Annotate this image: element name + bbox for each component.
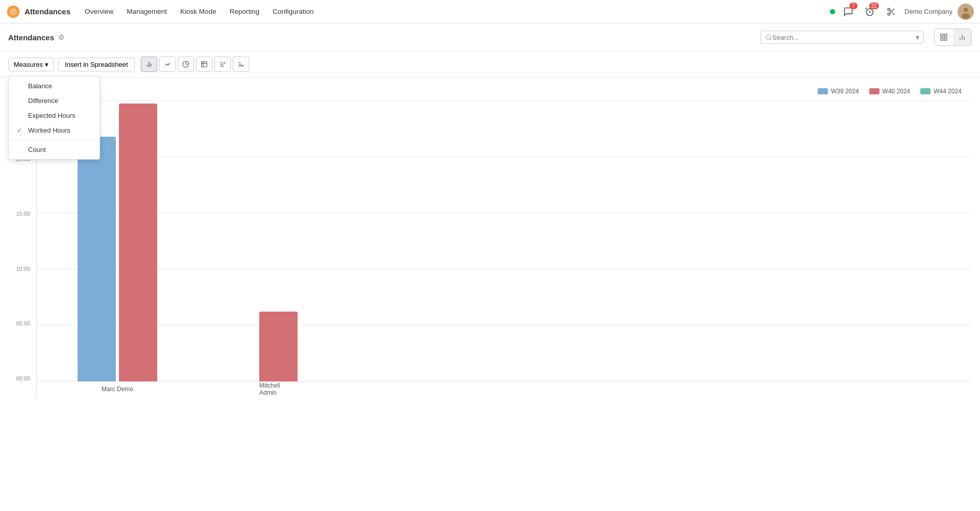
svg-rect-14 — [941, 38, 943, 40]
marc-demo-bar-w39 — [78, 137, 116, 381]
legend-color-w39 — [818, 88, 828, 94]
chat-badge: 7 — [849, 3, 857, 9]
measure-balance[interactable]: Balance — [9, 79, 100, 93]
measure-worked-hours[interactable]: ✓ Worked Hours — [9, 123, 100, 138]
mitchell-admin-bar-w40 — [259, 312, 298, 381]
legend-label-w40: W40 2024 — [883, 88, 911, 95]
worked-hours-check: ✓ — [17, 127, 24, 134]
nav-reporting[interactable]: Reporting — [224, 5, 266, 18]
svg-rect-13 — [944, 34, 947, 37]
bar-group-mitchell-admin — [259, 312, 298, 381]
measure-expected-hours[interactable]: Expected Hours — [9, 108, 100, 123]
svg-point-1 — [10, 8, 17, 15]
measures-dropdown-menu: Balance Difference Expected Hours ✓ Work… — [8, 76, 100, 160]
search-dropdown-icon[interactable]: ▾ — [914, 33, 919, 41]
svg-point-3 — [888, 8, 890, 11]
svg-point-11 — [766, 35, 771, 39]
legend-label-w44: W44 2024 — [934, 88, 962, 95]
toolbar: Measures ▾ Insert in Spreadsheet — [0, 52, 980, 78]
pivot-button[interactable] — [196, 57, 212, 72]
svg-point-4 — [888, 13, 890, 15]
x-labels: Marc Demo Mitchell Admin — [37, 381, 972, 397]
nav-management[interactable]: Management — [120, 5, 173, 18]
chat-button[interactable]: 7 — [840, 4, 856, 20]
online-status-dot — [830, 9, 835, 14]
nav-right-area: 7 22 Demo Company — [830, 4, 974, 20]
chart-type-buttons — [141, 57, 249, 72]
grid-view-button[interactable] — [935, 29, 953, 45]
company-name: Demo Company — [904, 8, 952, 15]
bar-chart-button[interactable] — [141, 57, 157, 72]
sort-asc-button[interactable] — [214, 57, 231, 72]
svg-point-10 — [962, 13, 970, 19]
legend-w40: W40 2024 — [869, 88, 911, 95]
y-label-2: 10:00 — [8, 266, 30, 272]
legend-color-w44 — [920, 88, 930, 94]
chart-with-axis: 00:00 05:00 10:00 15:00 20:00 25:00 — [8, 101, 972, 397]
svg-rect-12 — [941, 34, 943, 37]
app-logo — [6, 5, 20, 19]
sort-desc-button[interactable] — [233, 57, 249, 72]
pie-chart-button[interactable] — [178, 57, 194, 72]
view-toggle — [934, 29, 972, 46]
legend-color-w40 — [869, 88, 879, 94]
y-label-3: 15:00 — [8, 211, 30, 217]
measure-difference[interactable]: Difference — [9, 93, 100, 108]
settings-icon[interactable]: ⚙ — [58, 33, 65, 41]
y-label-1: 05:00 — [8, 320, 30, 326]
x-label-mitchell: Mitchell Admin — [259, 382, 298, 396]
marc-demo-bar-w40 — [119, 104, 157, 381]
nav-kiosk[interactable]: Kiosk Mode — [174, 5, 223, 18]
page-title: Attendances — [8, 33, 54, 42]
chart-container: W39 2024 W40 2024 W44 2024 00:00 05:00 1… — [0, 78, 980, 511]
x-label-marc: Marc Demo — [78, 386, 157, 393]
svg-point-9 — [964, 8, 968, 12]
line-chart-button[interactable] — [159, 57, 176, 72]
app-name: Attendances — [24, 7, 70, 16]
dropdown-divider — [9, 140, 100, 140]
legend-w39: W39 2024 — [818, 88, 859, 95]
alarm-button[interactable]: 22 — [862, 4, 878, 20]
measure-count[interactable]: Count — [9, 142, 100, 157]
search-icon — [765, 34, 772, 41]
alarm-badge: 22 — [869, 3, 879, 9]
measures-button[interactable]: Measures ▾ — [8, 58, 54, 71]
top-navigation: Attendances Overview Management Kiosk Mo… — [0, 0, 980, 23]
chart-plot: Marc Demo Mitchell Admin — [36, 101, 972, 397]
measures-dropdown-arrow: ▾ — [45, 61, 48, 68]
svg-line-6 — [892, 12, 894, 14]
user-avatar[interactable] — [958, 4, 974, 20]
svg-rect-22 — [201, 62, 207, 67]
page-header: Attendances ⚙ ▾ — [0, 23, 980, 52]
bars-area — [37, 101, 972, 381]
chart-view-button[interactable] — [953, 29, 971, 45]
scissors-icon-btn[interactable] — [883, 4, 899, 20]
chart-legend: W39 2024 W40 2024 W44 2024 — [8, 88, 962, 95]
nav-overview[interactable]: Overview — [79, 5, 119, 18]
insert-spreadsheet-button[interactable]: Insert in Spreadsheet — [58, 58, 135, 71]
svg-rect-15 — [944, 38, 947, 40]
legend-w44: W44 2024 — [920, 88, 962, 95]
nav-menu: Overview Management Kiosk Mode Reporting… — [79, 5, 320, 18]
legend-label-w39: W39 2024 — [831, 88, 859, 95]
measures-label: Measures — [14, 61, 43, 68]
search-bar: ▾ — [761, 31, 924, 44]
main-content: Attendances ⚙ ▾ Measures ▾ Insert in Spr… — [0, 23, 980, 511]
svg-line-7 — [890, 10, 891, 12]
mitchell-admin-bars — [259, 312, 298, 381]
y-label-0: 00:00 — [8, 375, 30, 381]
search-input[interactable] — [772, 34, 914, 41]
nav-configuration[interactable]: Configuration — [266, 5, 320, 18]
